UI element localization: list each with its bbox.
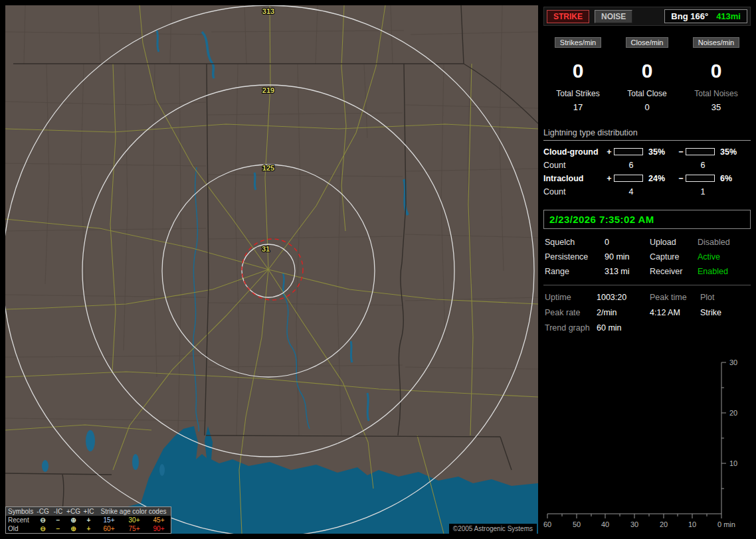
y-tick-10: 10: [729, 459, 737, 467]
total-close-value: 0: [613, 102, 682, 112]
minus-sign: −: [676, 174, 686, 183]
cg-negative-count: 6: [686, 161, 720, 170]
trend-graph: 30 20 10 60 50 40 30 20 10 0 min: [543, 353, 751, 534]
ring-label-125: 125: [262, 164, 274, 172]
range-value: 313 mi: [605, 267, 650, 276]
cloud-ground-label: Cloud-ground: [543, 147, 605, 157]
ic-negative-bar: [686, 175, 715, 182]
y-tick-30: 30: [729, 358, 737, 366]
uptime-value: 1003:20: [597, 293, 650, 302]
trend-graph-period: 60 min: [597, 323, 650, 333]
cg-negative-pct: 35%: [720, 147, 744, 157]
lightning-type-distribution: Lightning type distribution Cloud-ground…: [543, 128, 751, 200]
cg-positive-bar: [614, 148, 643, 155]
ring-label-31: 31: [262, 245, 270, 253]
upload-status: Disabled: [698, 238, 749, 247]
peak-time-value: 4:12 AM: [650, 308, 700, 317]
strike-map[interactable]: 313 219 125 31 Symbols -CG -IC +CG +IC S…: [5, 5, 538, 534]
noises-per-min-value: 0: [682, 60, 751, 83]
legend-col-pos-ic: +IC: [81, 508, 96, 515]
cg-positive-count: 6: [614, 161, 648, 170]
trend-tick-labels: 30 20 10 60 50 40 30 20 10 0 min: [543, 358, 737, 528]
ic-negative-count: 1: [686, 187, 720, 196]
capture-label: Capture: [650, 252, 698, 262]
ring-label-219: 219: [262, 86, 274, 94]
ic-negative-pct: 6%: [720, 174, 744, 183]
old-pos-cg-icon: ⊕: [66, 525, 81, 532]
total-noises-label: Total Noises: [682, 89, 751, 98]
age-45: 45+: [147, 516, 171, 524]
cloud-ground-row: Cloud-ground + 35% − 35%: [543, 147, 751, 157]
squelch-value: 0: [605, 238, 650, 247]
recent-neg-cg-icon: ⊖: [35, 516, 50, 524]
toolbar: STRIKE NOISE Bng 166° 413mi: [543, 7, 751, 26]
upload-label: Upload: [650, 238, 698, 247]
count-label: Count: [543, 161, 605, 170]
cg-negative-bar: [686, 148, 715, 155]
cloud-ground-count-row: Count 6 6: [543, 161, 751, 170]
close-per-min-value: 0: [613, 60, 682, 83]
peak-rate-label: Peak rate: [545, 308, 597, 317]
ic-positive-bar: [614, 175, 643, 182]
legend-old-label: Old: [6, 525, 35, 532]
bearing-readout: Bng 166° 413mi: [664, 9, 747, 23]
distribution-title: Lightning type distribution: [543, 128, 751, 141]
rate-values-row: 0 0 0: [543, 58, 751, 83]
intracloud-count-row: Count 4 1: [543, 187, 751, 196]
intracloud-label: Intracloud: [543, 174, 605, 183]
x-tick-40: 40: [601, 520, 609, 528]
ic-positive-count: 4: [614, 187, 648, 196]
trend-axes: [547, 362, 726, 518]
legend-col-neg-cg: -CG: [35, 508, 50, 515]
total-strikes-value: 17: [543, 102, 613, 112]
close-per-min-chip: Close/min: [626, 37, 669, 48]
legend-recent-label: Recent: [6, 516, 35, 524]
legend-col-pos-cg: +CG: [66, 508, 81, 515]
copyright-text: ©2005 Astrogenic Systems: [449, 524, 537, 534]
recent-pos-cg-icon: ⊕: [66, 516, 81, 524]
status-panel: Squelch 0 Upload Disabled Persistence 90…: [543, 238, 751, 276]
datetime-display: 2/23/2026 7:35:02 AM: [543, 210, 751, 229]
plus-sign: +: [605, 174, 614, 183]
x-tick-20: 20: [660, 520, 668, 528]
peak-time-label: Peak time: [650, 293, 700, 302]
total-noises-value: 35: [682, 102, 751, 112]
legend-col-neg-ic: -IC: [50, 508, 66, 515]
map-legend: Symbols -CG -IC +CG +IC Strike age color…: [5, 506, 171, 534]
x-tick-30: 30: [630, 520, 638, 528]
rate-chips-row: Strikes/min Close/min Noises/min: [543, 36, 751, 48]
plot-value: Strike: [700, 308, 749, 317]
section-divider: [543, 285, 751, 285]
age-60: 60+: [96, 525, 122, 532]
legend-symbols-header: Symbols: [6, 508, 35, 515]
bearing-distance: 413mi: [716, 11, 741, 21]
count-label: Count: [543, 187, 605, 196]
plot-label: Plot: [700, 293, 749, 302]
minus-sign: −: [676, 147, 686, 157]
x-tick-10: 10: [688, 520, 696, 528]
receiver-status: Enabled: [698, 267, 749, 276]
age-75: 75+: [122, 525, 147, 532]
noises-per-min-chip: Noises/min: [693, 37, 739, 48]
range-label: Range: [545, 267, 605, 276]
plus-sign: +: [605, 147, 614, 157]
cg-positive-pct: 35%: [648, 147, 676, 157]
age-30: 30+: [122, 516, 147, 524]
capture-status: Active: [698, 252, 749, 262]
strike-button[interactable]: STRIKE: [547, 10, 589, 23]
trend-graph-label: Trend graph: [545, 323, 597, 333]
bearing-label: Bng 166°: [671, 11, 708, 21]
total-labels-row: Total Strikes Total Close Total Noises: [543, 83, 751, 98]
old-pos-ic-icon: +: [81, 525, 96, 532]
recent-pos-ic-icon: +: [81, 516, 96, 524]
old-neg-ic-icon: −: [50, 525, 66, 532]
x-tick-50: 50: [573, 520, 581, 528]
ic-positive-pct: 24%: [648, 174, 676, 183]
age-90: 90+: [147, 525, 171, 532]
info-panel: Uptime 1003:20 Peak time Plot Peak rate …: [543, 293, 751, 333]
y-tick-20: 20: [729, 409, 737, 417]
old-neg-cg-icon: ⊖: [35, 525, 50, 532]
noise-button[interactable]: NOISE: [595, 10, 632, 23]
persistence-value: 90 min: [605, 252, 650, 262]
map-canvas[interactable]: 313 219 125 31: [5, 5, 538, 534]
